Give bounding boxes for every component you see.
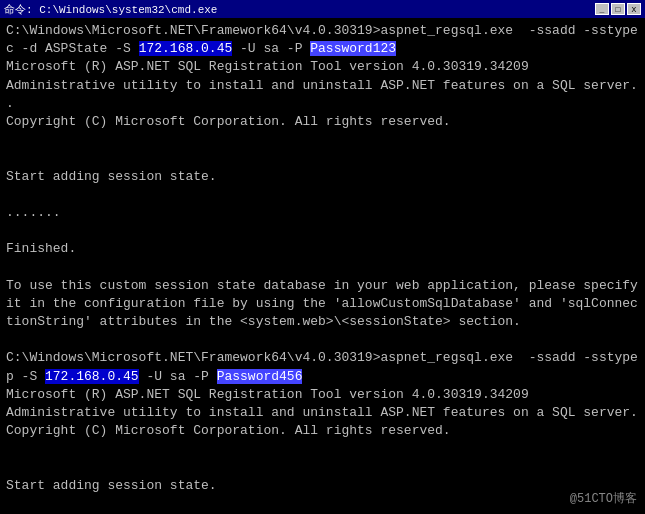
terminal-line-6 bbox=[6, 149, 639, 167]
window: 命令: C:\Windows\system32\cmd.exe _ □ X C:… bbox=[0, 0, 645, 514]
terminal-line-7: Start adding session state. bbox=[6, 168, 639, 186]
terminal-line: C:\Windows\Microsoft.NET\Framework64\v4.… bbox=[6, 22, 639, 58]
terminal-output: C:\Windows\Microsoft.NET\Framework64\v4.… bbox=[0, 18, 645, 514]
title-bar: 命令: C:\Windows\system32\cmd.exe _ □ X bbox=[0, 0, 645, 18]
password-highlight-2: Password456 bbox=[217, 369, 303, 384]
terminal-line-10 bbox=[6, 222, 639, 240]
terminal-line-17: Administrative utility to install and un… bbox=[6, 404, 639, 422]
terminal-line-8 bbox=[6, 186, 639, 204]
title-bar-title: 命令: C:\Windows\system32\cmd.exe bbox=[4, 2, 217, 17]
terminal-line-9: ....... bbox=[6, 204, 639, 222]
cmd-text: C:\Windows\Microsoft.NET\Framework64\v4.… bbox=[6, 23, 645, 56]
close-button[interactable]: X bbox=[627, 3, 641, 15]
maximize-button[interactable]: □ bbox=[611, 3, 625, 15]
title-bar-controls: _ □ X bbox=[595, 3, 641, 15]
terminal-line-14 bbox=[6, 331, 639, 349]
terminal-line-16: Microsoft (R) ASP.NET SQL Registration T… bbox=[6, 386, 639, 404]
terminal-line-22 bbox=[6, 495, 639, 513]
ip-highlight-2: 172.168.0.45 bbox=[45, 369, 139, 384]
terminal-line-1: Microsoft (R) ASP.NET SQL Registration T… bbox=[6, 58, 639, 76]
terminal-line-19 bbox=[6, 440, 639, 458]
terminal-line-3: . bbox=[6, 95, 639, 113]
password-highlight: Password123 bbox=[310, 41, 396, 56]
terminal-line-13: To use this custom session state databas… bbox=[6, 277, 639, 332]
ip-highlight: 172.168.0.45 bbox=[139, 41, 233, 56]
terminal-line-2: Administrative utility to install and un… bbox=[6, 77, 639, 95]
terminal-line-21: Start adding session state. bbox=[6, 477, 639, 495]
terminal-line-4: Copyright (C) Microsoft Corporation. All… bbox=[6, 113, 639, 131]
cmd-text-2: C:\Windows\Microsoft.NET\Framework64\v4.… bbox=[6, 350, 645, 383]
terminal-line-18: Copyright (C) Microsoft Corporation. All… bbox=[6, 422, 639, 440]
terminal-line-20 bbox=[6, 459, 639, 477]
terminal-line-12 bbox=[6, 258, 639, 276]
terminal-line-15: C:\Windows\Microsoft.NET\Framework64\v4.… bbox=[6, 349, 639, 385]
terminal-line-11: Finished. bbox=[6, 240, 639, 258]
minimize-button[interactable]: _ bbox=[595, 3, 609, 15]
terminal-line-5 bbox=[6, 131, 639, 149]
watermark: @51CTO博客 bbox=[570, 491, 637, 508]
